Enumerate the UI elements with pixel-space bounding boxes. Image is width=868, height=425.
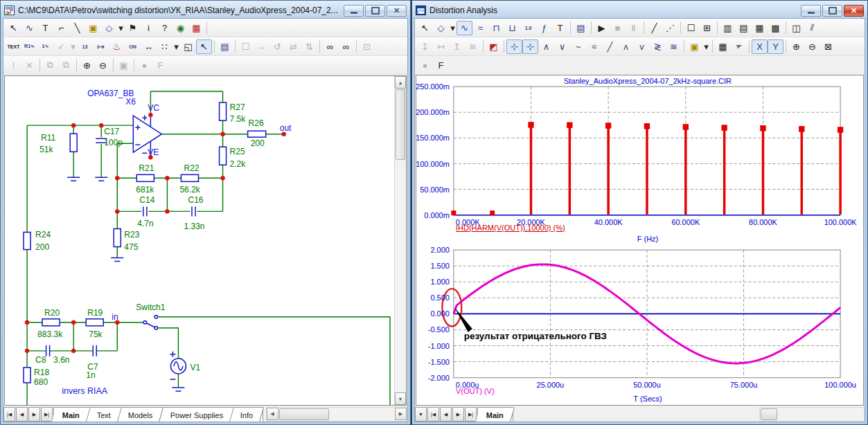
model-box-icon[interactable]: ▣ <box>687 39 702 54</box>
crossing-icon[interactable]: ≷ <box>650 39 666 54</box>
cursor-right-snap-icon[interactable]: ⊹ <box>522 39 538 54</box>
split-pane-icon[interactable]: ◫ <box>788 21 804 35</box>
line-point-icon[interactable]: ⋰ <box>662 21 678 35</box>
schematic-titlebar[interactable]: C:\MC9\DATA\Petrov\switching distortion\… <box>3 3 408 18</box>
skew-line-icon[interactable]: ⫽ <box>804 21 820 35</box>
select-arrow-icon[interactable]: ↖ <box>417 21 433 35</box>
zoom-in-icon[interactable]: ⊕ <box>788 39 804 54</box>
grid-icon[interactable]: ⊞ <box>699 21 715 35</box>
point-tag-icon[interactable]: 1.0 <box>520 21 536 35</box>
text-tool-icon[interactable]: TEXT <box>6 39 21 54</box>
grid-dense-icon[interactable]: ▦ <box>752 21 768 35</box>
y-scale-icon[interactable]: Y <box>768 39 783 54</box>
grid-cols-icon[interactable]: ▩ <box>768 21 783 35</box>
pick-cursor-icon[interactable]: ↖ <box>196 39 212 54</box>
shape-dropdown-icon[interactable]: ▾ <box>449 21 457 35</box>
plot-canvas[interactable]: 250.000m200.000m150.000m100.000m50.000m0… <box>416 75 864 406</box>
tab-power-supplies[interactable]: Power Supplies <box>160 408 234 422</box>
find-binoculars-icon[interactable]: ∞ <box>338 39 354 54</box>
function-icon[interactable]: ƒ <box>536 21 552 35</box>
model-dropdown-icon[interactable]: ▾ <box>702 39 710 54</box>
zoom-out-icon[interactable]: ⊖ <box>95 58 111 73</box>
tab-nav-button[interactable]: ▶| <box>465 407 477 422</box>
properties-icon[interactable]: ▤ <box>217 39 233 54</box>
web-icon[interactable]: ◉ <box>172 21 188 35</box>
probe-tool-icon[interactable]: 1∿ <box>37 39 53 54</box>
find-wave-icon[interactable]: ∞ <box>322 39 338 54</box>
close-button[interactable]: ✕ <box>387 5 407 17</box>
schematic-vertical-scrollbar[interactable]: ▲ ▼ <box>394 76 406 405</box>
scale-mode-icon[interactable]: ∿ <box>457 21 472 35</box>
tab-nav-button[interactable]: ▶ <box>452 407 464 422</box>
node-onoff-icon[interactable]: ON <box>125 39 141 54</box>
flag-icon[interactable]: ⚑ <box>125 21 141 35</box>
properties-icon[interactable]: ▤ <box>573 21 589 35</box>
line-tool-icon[interactable]: ╱ <box>646 21 662 35</box>
zoom-out-icon[interactable]: ⊖ <box>804 39 820 54</box>
wire-mode-icon[interactable]: ∿ <box>21 21 37 35</box>
wire-link-icon[interactable]: ↔ <box>141 39 157 54</box>
high-icon[interactable]: ~ <box>570 39 586 54</box>
zoom-in-icon[interactable]: ⊕ <box>79 58 95 73</box>
pin-numbers-icon[interactable]: 13 <box>77 39 93 54</box>
info-mode-icon[interactable]: i <box>141 21 157 35</box>
waveform-icon[interactable]: ≈ <box>472 21 488 35</box>
low-icon[interactable]: ≈ <box>586 39 602 54</box>
xy-plot-icon[interactable]: ◩ <box>486 39 502 54</box>
schematic-horizontal-scrollbar[interactable]: ◀ ▶ <box>266 407 407 422</box>
minimize-button[interactable] <box>344 5 364 17</box>
restore-button[interactable] <box>365 5 385 17</box>
marquee-icon[interactable]: ☐ <box>683 21 699 35</box>
grid-dropdown-icon[interactable]: ▾ <box>172 39 180 54</box>
stripes-v-icon[interactable]: ▥ <box>720 21 736 35</box>
tab-nav-button[interactable]: ◀ <box>440 407 452 422</box>
hscroll-thumb[interactable] <box>761 408 777 420</box>
slope-icon[interactable]: ╱ <box>602 39 618 54</box>
power-probe-icon[interactable]: ♨ <box>109 39 125 54</box>
h-limits-icon[interactable]: ⊓ <box>488 21 504 35</box>
zoom-box-icon[interactable]: ⊠ <box>820 39 836 54</box>
scroll-up-icon[interactable]: ▲ <box>395 76 406 89</box>
analysis-titlebar[interactable]: Distortion Analysis ✕ <box>414 3 865 18</box>
stripes-h-icon[interactable]: ▤ <box>736 21 752 35</box>
run-icon[interactable]: ▶ <box>594 21 610 35</box>
close-button[interactable]: ✕ <box>844 5 864 17</box>
peak-icon[interactable]: ∧ <box>538 39 554 54</box>
hscroll-thumb[interactable] <box>279 408 329 420</box>
global-low-icon[interactable]: v <box>634 39 650 54</box>
current-probe-icon[interactable]: ↦ <box>93 39 109 54</box>
tab-info[interactable]: Info <box>230 408 264 422</box>
text-mode-icon[interactable]: T <box>37 21 53 35</box>
component-icon[interactable]: ▣ <box>85 21 101 35</box>
resistor-tool-icon[interactable]: R1∿ <box>21 39 37 54</box>
scroll-down-icon[interactable]: ▼ <box>395 392 406 405</box>
grid-dots-icon[interactable]: ∷ <box>157 39 172 54</box>
chart1-legend[interactable]: IHD(HARM(V(OUT)),10000) (%) <box>456 224 565 232</box>
tab-nav-button[interactable]: ◀ <box>16 407 28 422</box>
analysis-horizontal-scrollbar[interactable] <box>759 407 865 422</box>
digital-grid-icon[interactable]: ▦ <box>188 21 204 35</box>
tab-nav-button[interactable]: |◀ <box>3 407 15 422</box>
border-icon[interactable]: ◱ <box>180 39 196 54</box>
v-limits-icon[interactable]: ⊔ <box>504 21 520 35</box>
tab-main[interactable]: Main <box>52 408 91 422</box>
schematic-canvas[interactable]: OPA637_BB X6 VC VE out in R11 51k C17 10… <box>4 75 407 406</box>
font-icon[interactable]: F <box>433 58 449 73</box>
tab-nav-button[interactable]: ▶| <box>41 407 53 422</box>
shape-picker-icon[interactable]: ◇ <box>101 21 117 35</box>
scroll-thumb[interactable] <box>396 89 405 160</box>
ortho-wire-icon[interactable]: ⌐ <box>53 21 69 35</box>
tab-models[interactable]: Models <box>118 408 163 422</box>
tab-nav-button[interactable]: ▶ <box>28 407 40 422</box>
tab-nav-button[interactable]: ▼ <box>415 407 427 422</box>
envelope-icon[interactable]: ≋ <box>666 39 682 54</box>
scroll-left-icon[interactable]: ◀ <box>267 408 278 420</box>
minimize-button[interactable] <box>801 5 821 17</box>
cursor-left-snap-icon[interactable]: ⊹ <box>506 39 522 54</box>
text-tool-icon[interactable]: T <box>552 21 568 35</box>
x-scale-icon[interactable]: X <box>752 39 768 54</box>
tab-main[interactable]: Main <box>476 408 515 422</box>
shape-picker-icon[interactable]: ◇ <box>433 21 449 35</box>
shape-dropdown-icon[interactable]: ▾ <box>117 21 125 35</box>
help-mode-icon[interactable]: ? <box>157 21 172 35</box>
